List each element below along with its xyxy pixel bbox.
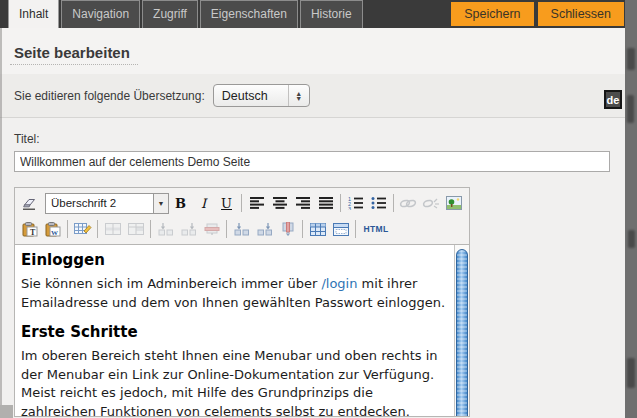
align-right-button[interactable] <box>291 193 314 214</box>
tab-eigenschaften[interactable]: Eigenschaften <box>200 0 298 28</box>
corner-shadow <box>0 405 13 418</box>
content-paragraph-1: Sie können sich im Adminbereich immer üb… <box>21 275 447 313</box>
title-input[interactable] <box>14 151 610 172</box>
paste-text-icon: T <box>22 222 38 237</box>
toggle-guidelines-button[interactable] <box>329 219 352 240</box>
content-paragraph-2: Im oberen Bereich steht Ihnen eine Menub… <box>21 347 447 417</box>
ordered-list-icon: 123 <box>347 196 365 210</box>
tab-historie[interactable]: Historie <box>300 0 363 28</box>
toolbar-separator <box>97 220 98 238</box>
insert-row-after-button[interactable] <box>177 219 200 240</box>
chevron-down-icon[interactable]: ▼ <box>154 193 169 214</box>
eraser-icon <box>21 196 38 211</box>
toolbar-row-2: T W <box>18 216 466 242</box>
translation-selected-value: Deutsch <box>222 89 268 103</box>
insert-column-after-button[interactable] <box>253 219 276 240</box>
delete-row-button[interactable] <box>200 219 223 240</box>
insert-column-after-icon <box>257 222 273 236</box>
editor-document: Einloggen Sie können sich im Adminbereic… <box>21 251 447 417</box>
table-row-properties-icon <box>105 223 121 235</box>
insert-table-button[interactable] <box>306 219 329 240</box>
backdrop-text-fragment <box>628 230 635 248</box>
editor-scrollbar[interactable] <box>454 245 469 416</box>
svg-text:W: W <box>51 228 58 236</box>
toggle-guidelines-icon <box>333 223 349 236</box>
unordered-list-button[interactable] <box>367 193 390 214</box>
paste-from-word-button[interactable]: W <box>41 219 64 240</box>
focus-outline <box>10 64 138 65</box>
close-button[interactable]: Schliessen <box>538 2 624 26</box>
align-center-button[interactable] <box>268 193 291 214</box>
insert-column-before-button[interactable] <box>230 219 253 240</box>
table-cell-properties-icon <box>128 223 144 235</box>
link-button[interactable] <box>397 193 420 214</box>
tab-zugriff[interactable]: Zugriff <box>142 0 198 28</box>
paste-word-icon: W <box>45 222 61 237</box>
backdrop-text-fragment <box>627 358 635 388</box>
save-button[interactable]: Speichern <box>451 2 533 26</box>
editor-content-area[interactable]: Einloggen Sie können sich im Adminbereic… <box>14 244 470 417</box>
dialog-actions: Speichern Schliessen <box>447 0 625 28</box>
toolbar-separator <box>302 220 303 238</box>
unlink-button[interactable] <box>420 193 443 214</box>
title-section: Titel: <box>0 118 625 172</box>
login-link[interactable]: /login <box>321 276 357 291</box>
edit-dialog: Inhalt Navigation Zugriff Eigenschaften … <box>0 0 625 418</box>
html-source-label: HTML <box>363 224 388 234</box>
underline-button[interactable]: U <box>215 193 238 214</box>
align-right-icon <box>295 196 311 210</box>
align-left-button[interactable] <box>245 193 268 214</box>
image-icon <box>446 196 462 210</box>
paste-as-text-button[interactable]: T <box>18 219 41 240</box>
edit-table-icon <box>74 222 92 237</box>
delete-row-icon <box>204 222 220 236</box>
tab-navigation[interactable]: Navigation <box>61 0 140 28</box>
toolbar-separator <box>67 220 68 238</box>
rich-text-editor: Überschrift 2 ▼ B I U <box>14 187 470 417</box>
ordered-list-button[interactable]: 123 <box>344 193 367 214</box>
left-edge-shadow <box>0 28 2 418</box>
format-selected-value: Überschrift 2 <box>51 197 116 209</box>
translation-label: Sie editieren folgende Übersetzung: <box>14 89 205 103</box>
unlink-icon <box>422 197 440 209</box>
tab-inhalt[interactable]: Inhalt <box>8 0 59 28</box>
link-icon <box>399 198 417 209</box>
translation-select[interactable]: Deutsch ▲▼ <box>213 84 310 107</box>
bold-button[interactable]: B <box>169 193 192 214</box>
page-behind-overlay <box>625 0 637 418</box>
title-label: Titel: <box>14 132 625 146</box>
edit-page-window: Inhalt Navigation Zugriff Eigenschaften … <box>0 0 637 418</box>
page-title: Seite bearbeiten <box>14 44 625 61</box>
editor-toolbar: Überschrift 2 ▼ B I U <box>14 187 470 244</box>
svg-text:3: 3 <box>348 206 351 210</box>
insert-table-icon <box>310 223 326 236</box>
html-source-button[interactable]: HTML <box>359 219 393 240</box>
italic-icon: I <box>201 196 206 211</box>
insert-row-after-icon <box>181 222 197 236</box>
select-arrows-icon: ▲▼ <box>288 85 309 106</box>
italic-button[interactable]: I <box>192 193 215 214</box>
content-heading-erste-schritte: Erste Schritte <box>21 323 447 341</box>
insert-row-before-button[interactable] <box>154 219 177 240</box>
insert-image-button[interactable] <box>443 193 466 214</box>
remove-format-button[interactable] <box>18 193 41 214</box>
align-justify-icon <box>318 196 334 210</box>
align-justify-button[interactable] <box>314 193 337 214</box>
dialog-body: Seite bearbeiten Sie editieren folgende … <box>0 28 625 418</box>
table-cell-properties-button[interactable] <box>124 219 147 240</box>
edit-table-button[interactable] <box>71 219 94 240</box>
toolbar-separator <box>340 194 341 212</box>
bold-icon: B <box>175 196 186 211</box>
scrollbar-thumb[interactable] <box>456 249 468 417</box>
table-row-properties-button[interactable] <box>101 219 124 240</box>
format-select[interactable]: Überschrift 2 <box>45 193 154 214</box>
content-heading-einloggen: Einloggen <box>21 251 447 269</box>
delete-column-button[interactable] <box>276 219 299 240</box>
toolbar-separator <box>393 194 394 212</box>
translation-section: Sie editieren folgende Übersetzung: Deut… <box>0 74 625 118</box>
backdrop-text-fragment <box>627 48 635 70</box>
tab-bar: Inhalt Navigation Zugriff Eigenschaften … <box>0 0 625 28</box>
language-badge: de <box>604 90 622 109</box>
delete-column-icon <box>280 222 296 236</box>
paragraph-text: Sie können sich im Adminbereich immer üb… <box>21 276 321 291</box>
